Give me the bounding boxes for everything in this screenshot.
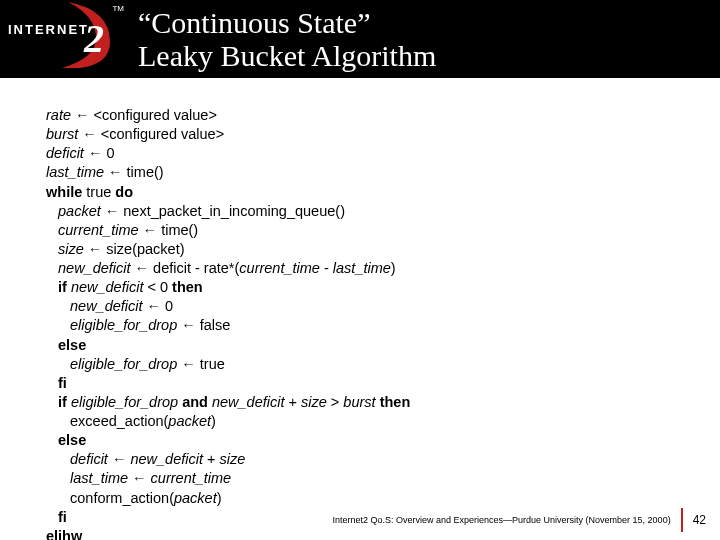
code-line: rate ← <configured value> xyxy=(46,106,720,125)
title-line-1: “Continuous State” xyxy=(138,6,436,39)
code-line: while true do xyxy=(46,183,720,202)
code-line: eligible_for_drop ← false xyxy=(46,316,720,335)
title-line-2: Leaky Bucket Algorithm xyxy=(138,39,436,72)
code-line: deficit ← new_deficit + size xyxy=(46,450,720,469)
internet2-logo: 2 INTERNET TM xyxy=(0,0,130,78)
code-line: current_time ← time() xyxy=(46,221,720,240)
slide-header: 2 INTERNET TM “Continuous State” Leaky B… xyxy=(0,0,720,78)
code-line: conform_action(packet) xyxy=(46,489,720,508)
code-line: else xyxy=(46,431,720,450)
code-line: if new_deficit < 0 then xyxy=(46,278,720,297)
code-line: if eligible_for_drop and new_deficit + s… xyxy=(46,393,720,412)
slide-footer: Internet2 Qo.S: Overview and Experiences… xyxy=(332,508,706,532)
code-line: last_time ← current_time xyxy=(46,469,720,488)
footer-separator xyxy=(681,508,683,532)
logo-trademark: TM xyxy=(112,4,124,13)
code-line: eligible_for_drop ← true xyxy=(46,355,720,374)
code-line: fi xyxy=(46,374,720,393)
page-number: 42 xyxy=(693,513,706,527)
code-line: deficit ← 0 xyxy=(46,144,720,163)
code-line: packet ← next_packet_in_incoming_queue() xyxy=(46,202,720,221)
code-line: burst ← <configured value> xyxy=(46,125,720,144)
code-line: new_deficit ← 0 xyxy=(46,297,720,316)
logo-text: INTERNET xyxy=(8,22,89,37)
code-line: exceed_action(packet) xyxy=(46,412,720,431)
code-line: new_deficit ← deficit - rate*(current_ti… xyxy=(46,259,720,278)
code-line: last_time ← time() xyxy=(46,163,720,182)
slide-title: “Continuous State” Leaky Bucket Algorith… xyxy=(130,6,436,72)
footer-text: Internet2 Qo.S: Overview and Experiences… xyxy=(332,515,670,525)
code-line: else xyxy=(46,336,720,355)
pseudocode-block: rate ← <configured value> burst ← <confi… xyxy=(0,78,720,540)
code-line: size ← size(packet) xyxy=(46,240,720,259)
